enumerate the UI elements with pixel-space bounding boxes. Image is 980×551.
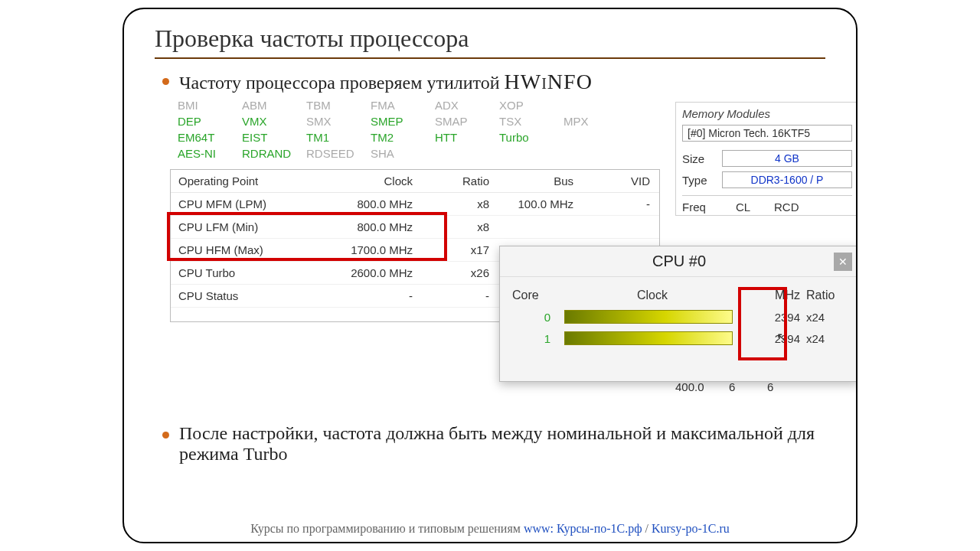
slide-title: Проверка частоты процессора — [155, 24, 825, 59]
op-row: CPU LFM (Min)800.0 MHzx8 — [171, 216, 659, 239]
bullet-1-text: Частоту процессора проверяем утилитой — [179, 73, 505, 93]
close-button[interactable]: ✕ — [834, 253, 852, 271]
feature-SMX: SMX — [306, 115, 371, 128]
slide-footer: Курсы по программированию и типовым реше… — [124, 519, 856, 536]
cpu-core-row: 02394x24 — [500, 306, 858, 328]
feature-empty — [435, 147, 499, 160]
feature-SHA: SHA — [371, 147, 435, 160]
mem-type-label: Type — [682, 174, 722, 187]
cpu-clock-popup: CPU #0 ✕ Core Clock MHz Ratio 02394x2412… — [499, 246, 858, 382]
feature-empty — [564, 147, 628, 160]
feature-TSX: TSX — [499, 115, 564, 128]
mem-timing-row: 400.0 6 6 — [675, 380, 858, 393]
op-col-bus: Bus — [500, 174, 584, 187]
op-col-clock: Clock — [332, 174, 423, 187]
hwinfo-label: HWiNFO — [505, 70, 593, 93]
footer-link-2[interactable]: Kursy-po-1C.ru — [652, 522, 730, 535]
mem-size-label: Size — [682, 152, 722, 165]
mem-timing-header: Freq CL RCD — [682, 195, 852, 214]
feature-RDRAND: RDRAND — [242, 147, 306, 160]
feature-ABM: ABM — [242, 99, 306, 112]
feature-RDSEED: RDSEED — [306, 147, 371, 160]
clock-bar — [564, 310, 733, 324]
feature-TM1: TM1 — [306, 131, 371, 144]
feature-empty — [564, 99, 628, 112]
op-col-name: Operating Point — [178, 174, 332, 187]
cpu-core-row: 12394x24 — [500, 328, 858, 349]
op-col-ratio: Ratio — [423, 174, 500, 187]
feature-ADX: ADX — [435, 99, 499, 112]
op-row: CPU MFM (LPM)800.0 MHzx8100.0 MHz- — [171, 193, 659, 216]
feature-EM64T: EM64T — [178, 131, 242, 144]
feature-TBM: TBM — [306, 99, 371, 112]
memory-modules-panel: Memory Modules [#0] Micron Tech. 16KTF5 … — [675, 102, 858, 216]
cpu-popup-title: CPU #0 ✕ — [500, 246, 858, 277]
feature-VMX: VMX — [242, 115, 306, 128]
memory-module-select[interactable]: [#0] Micron Tech. 16KTF5 — [682, 125, 852, 142]
memory-title: Memory Modules — [682, 107, 852, 120]
hwinfo-screenshot: BMIABMTBMFMAADXXOPDEPVMXSMXSMEPSMAPTSXMP… — [124, 99, 858, 412]
feature-TM2: TM2 — [371, 131, 435, 144]
bullet-1: Частоту процессора проверяем утилитой HW… — [179, 70, 825, 94]
op-header-row: Operating Point Clock Ratio Bus VID — [171, 170, 659, 193]
clock-bar — [564, 331, 733, 345]
feature-SMEP: SMEP — [371, 115, 435, 128]
op-col-vid: VID — [584, 174, 661, 187]
feature-AES-NI: AES-NI — [178, 147, 242, 160]
feature-empty — [499, 147, 564, 160]
feature-EIST: EIST — [242, 131, 306, 144]
footer-link-1[interactable]: Курсы-по-1С.рф — [557, 522, 642, 535]
mem-size-value: 4 GB — [722, 150, 852, 167]
feature-Turbo: Turbo — [499, 131, 564, 144]
feature-empty — [564, 131, 628, 144]
bullet-2: После настройки, частота должна быть меж… — [179, 423, 825, 465]
feature-XOP: XOP — [499, 99, 564, 112]
feature-BMI: BMI — [178, 99, 242, 112]
feature-HTT: HTT — [435, 131, 499, 144]
feature-SMAP: SMAP — [435, 115, 499, 128]
feature-MPX: MPX — [564, 115, 628, 128]
feature-FMA: FMA — [371, 99, 435, 112]
slide: Проверка частоты процессора Частоту проц… — [122, 8, 858, 543]
feature-DEP: DEP — [178, 115, 242, 128]
close-icon: ✕ — [838, 256, 848, 268]
cpu-feature-grid: BMIABMTBMFMAADXXOPDEPVMXSMXSMEPSMAPTSXMP… — [178, 99, 628, 160]
mem-type-value: DDR3-1600 / P — [722, 171, 852, 188]
cpu-popup-header: Core Clock MHz Ratio — [500, 285, 858, 306]
